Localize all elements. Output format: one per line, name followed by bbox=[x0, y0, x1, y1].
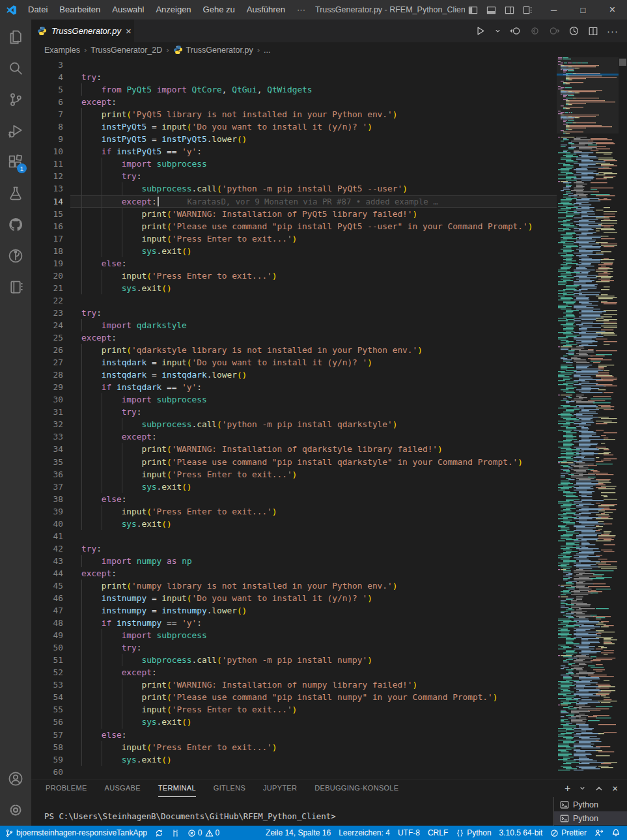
status-problems[interactable]: 0 0 bbox=[184, 826, 223, 840]
line-number[interactable]: 57 bbox=[31, 729, 63, 741]
tab-trussgenerator[interactable]: TrussGenerator.py × bbox=[31, 20, 134, 42]
code-line-45[interactable]: 45 print('numpy library is not installed… bbox=[31, 580, 557, 592]
line-number[interactable]: 58 bbox=[31, 741, 63, 753]
code-line-33[interactable]: 33 except: bbox=[31, 430, 557, 443]
breadcrumb-examples[interactable]: Examples bbox=[44, 46, 80, 55]
activity-accounts-icon[interactable] bbox=[0, 763, 31, 794]
code-line-28[interactable]: 28 instqdark = instqdark.lower() bbox=[31, 369, 557, 381]
line-number[interactable]: 26 bbox=[31, 344, 63, 356]
line-number[interactable]: 8 bbox=[31, 120, 63, 133]
line-number[interactable]: 42 bbox=[31, 542, 63, 555]
breadcrumb-trussgenerator-py[interactable]: TrussGenerator.py bbox=[173, 45, 253, 55]
code-line-9[interactable]: 9 instPyQt5 = instPyQt5.lower() bbox=[31, 133, 557, 145]
line-number[interactable]: 35 bbox=[31, 456, 63, 468]
line-number[interactable]: 48 bbox=[31, 617, 63, 629]
activity-notebooks-icon[interactable] bbox=[0, 272, 31, 303]
line-number[interactable]: 54 bbox=[31, 691, 63, 703]
activity-settings-icon[interactable] bbox=[0, 794, 31, 826]
line-number[interactable]: 50 bbox=[31, 641, 63, 654]
line-number[interactable]: 23 bbox=[31, 307, 63, 319]
code-line-5[interactable]: 5 from PyQt5 import QtCore, QtGui, QtWid… bbox=[31, 83, 557, 96]
code-line-60[interactable]: 60 bbox=[31, 766, 557, 778]
code-line-46[interactable]: 46 instnumpy = input('Do you want to ins… bbox=[31, 592, 557, 604]
next-change-button[interactable] bbox=[549, 25, 560, 36]
file-history-button[interactable] bbox=[568, 25, 579, 36]
status-encoding[interactable]: UTF-8 bbox=[394, 826, 424, 840]
code-line-40[interactable]: 40 sys.exit() bbox=[31, 518, 557, 530]
panel-tab-ausgabe[interactable]: AUSGABE bbox=[105, 779, 141, 797]
code-editor[interactable]: 34try:5 from PyQt5 import QtCore, QtGui,… bbox=[31, 57, 627, 779]
minimap-slider[interactable] bbox=[557, 57, 619, 133]
code-line-58[interactable]: 58 input('Press Enter to exit...') bbox=[31, 741, 557, 753]
line-number[interactable]: 32 bbox=[31, 418, 63, 430]
line-number[interactable]: 20 bbox=[31, 270, 63, 282]
line-number[interactable]: 17 bbox=[31, 232, 63, 245]
line-number[interactable]: 21 bbox=[31, 282, 63, 294]
code-line-56[interactable]: 56 sys.exit() bbox=[31, 716, 557, 728]
line-number[interactable]: 15 bbox=[31, 208, 63, 220]
line-number[interactable]: 34 bbox=[31, 443, 63, 455]
line-number[interactable]: 14 bbox=[31, 195, 63, 208]
line-number[interactable]: 37 bbox=[31, 481, 63, 493]
status-python-interpreter[interactable]: 3.10.5 64-bit bbox=[495, 826, 547, 840]
line-number[interactable]: 60 bbox=[31, 766, 63, 778]
panel-tab-terminal[interactable]: TERMINAL bbox=[158, 779, 196, 797]
menu-item[interactable]: ··· bbox=[291, 0, 311, 20]
line-number[interactable]: 39 bbox=[31, 505, 63, 518]
code-line-14[interactable]: 14 except:KaratasD, vor 9 Monaten via PR… bbox=[31, 195, 557, 208]
line-number[interactable]: 52 bbox=[31, 666, 63, 679]
line-number[interactable]: 30 bbox=[31, 393, 63, 406]
code-line-19[interactable]: 19 else: bbox=[31, 257, 557, 270]
activity-testing-icon[interactable] bbox=[0, 178, 31, 209]
status-notifications-button[interactable] bbox=[607, 826, 627, 840]
line-number[interactable]: 28 bbox=[31, 369, 63, 381]
activity-source-control-icon[interactable] bbox=[0, 84, 31, 115]
line-number[interactable]: 11 bbox=[31, 158, 63, 170]
minimap[interactable] bbox=[557, 57, 619, 779]
status-language-mode[interactable]: Python bbox=[452, 826, 495, 840]
code-line-12[interactable]: 12 try: bbox=[31, 170, 557, 182]
line-number[interactable]: 3 bbox=[31, 59, 63, 71]
breadcrumb-trussgenerator-2d[interactable]: TrussGenerator_2D bbox=[91, 46, 162, 55]
line-number[interactable]: 29 bbox=[31, 381, 63, 393]
activity-github-icon[interactable] bbox=[0, 209, 31, 240]
terminal-session-1[interactable]: Python bbox=[554, 798, 627, 811]
code-line-54[interactable]: 54 print('Please use command "pip instal… bbox=[31, 691, 557, 703]
code-line-48[interactable]: 48 if instnumpy == 'y': bbox=[31, 617, 557, 629]
terminal-dropdown-button[interactable] bbox=[579, 785, 586, 792]
line-number[interactable]: 59 bbox=[31, 753, 63, 766]
activity-extensions-icon[interactable]: 1 bbox=[0, 147, 31, 178]
split-editor-button[interactable] bbox=[588, 26, 598, 36]
panel-tab-gitlens[interactable]: GITLENS bbox=[214, 779, 245, 797]
status-cursor-position[interactable]: Zeile 14, Spalte 16 bbox=[262, 826, 335, 840]
code-line-36[interactable]: 36 input('Press Enter to exit...') bbox=[31, 468, 557, 481]
code-line-52[interactable]: 52 except: bbox=[31, 666, 557, 679]
status-gitlens-compare-button[interactable] bbox=[167, 826, 184, 840]
line-number[interactable]: 41 bbox=[31, 530, 63, 542]
code-line-17[interactable]: 17 input('Press Enter to exit...') bbox=[31, 232, 557, 245]
line-number[interactable]: 46 bbox=[31, 592, 63, 604]
status-feedback-button[interactable] bbox=[591, 826, 607, 840]
code-line-59[interactable]: 59 sys.exit() bbox=[31, 753, 557, 766]
line-number[interactable]: 7 bbox=[31, 108, 63, 120]
menu-anzeigen[interactable]: Anzeigen bbox=[150, 0, 197, 20]
status-indentation[interactable]: Leerzeichen: 4 bbox=[335, 826, 394, 840]
panel-tab-jupyter[interactable]: JUPYTER bbox=[263, 779, 297, 797]
line-number[interactable]: 55 bbox=[31, 703, 63, 716]
panel-tab-probleme[interactable]: PROBLEME bbox=[46, 779, 87, 797]
code-line-47[interactable]: 47 instnumpy = instnumpy.lower() bbox=[31, 604, 557, 617]
code-line-30[interactable]: 30 import subprocess bbox=[31, 393, 557, 406]
close-panel-button[interactable]: × bbox=[612, 783, 618, 794]
line-number[interactable]: 12 bbox=[31, 170, 63, 182]
terminal-output[interactable]: PS C:\Users\SteinhagenB\Documents\GitHub… bbox=[44, 811, 336, 821]
line-number[interactable]: 56 bbox=[31, 716, 63, 728]
code-line-24[interactable]: 24 import qdarkstyle bbox=[31, 319, 557, 331]
code-line-11[interactable]: 11 import subprocess bbox=[31, 158, 557, 170]
close-button[interactable]: × bbox=[598, 0, 627, 20]
tab-close-icon[interactable]: × bbox=[126, 26, 132, 36]
code-line-37[interactable]: 37 sys.exit() bbox=[31, 481, 557, 493]
code-line-26[interactable]: 26 print('qdarkstyle library is not inst… bbox=[31, 344, 557, 356]
editor-scrollbar[interactable] bbox=[619, 57, 627, 779]
activity-run-and-debug-icon[interactable] bbox=[0, 115, 31, 147]
code-line-20[interactable]: 20 input('Press Enter to exit...') bbox=[31, 270, 557, 282]
